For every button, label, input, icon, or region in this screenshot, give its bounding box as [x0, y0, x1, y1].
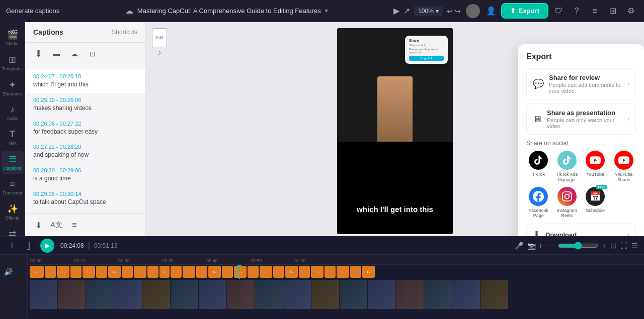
video-frame[interactable]: [171, 280, 198, 309]
caption-chip[interactable]: [122, 266, 133, 278]
social-item-youtube-shorts[interactable]: YouTube Shorts: [612, 151, 636, 183]
download-option[interactable]: ⬇ Download ›: [526, 224, 636, 236]
video-frame[interactable]: [340, 280, 367, 309]
layout-icon[interactable]: ⊞: [606, 4, 620, 18]
caption-chip[interactable]: [196, 266, 207, 278]
caption-options-icon[interactable]: ≡: [67, 218, 82, 232]
list-item[interactable]: 00:25:10 - 00:26:06 makes sharing videos: [25, 93, 145, 117]
video-frame[interactable]: [480, 280, 508, 309]
play-icon[interactable]: ▶: [393, 6, 399, 16]
social-item-instagram[interactable]: Instagram Reels: [555, 187, 580, 219]
caption-chip[interactable]: G: [337, 266, 349, 278]
download-captions-icon[interactable]: ⬇: [31, 218, 45, 232]
zoom-out-icon[interactable]: −: [550, 242, 554, 250]
caption-chip[interactable]: [299, 266, 310, 278]
caption-text[interactable]: for feedback super easy: [33, 128, 137, 136]
video-frame[interactable]: [311, 280, 339, 309]
video-frame[interactable]: [114, 280, 142, 309]
caption-chip[interactable]: G: [311, 266, 324, 278]
caption-text[interactable]: to talk about CapCut space: [33, 198, 137, 206]
social-item-youtube[interactable]: YouTube: [583, 151, 608, 183]
sidebar-item-audio[interactable]: ♪ Audio: [2, 101, 24, 124]
video-frame[interactable]: [368, 280, 395, 309]
social-item-facebook[interactable]: Facebook Page: [526, 187, 551, 219]
captions-timeline-icon[interactable]: ☰: [631, 242, 638, 250]
caption-chip[interactable]: G: [183, 266, 195, 278]
caption-chip[interactable]: G: [260, 266, 272, 278]
share-as-presentation-option[interactable]: 🖥 Share as presentation People can only …: [526, 103, 636, 135]
sidebar-item-transitions[interactable]: ⇄ Transitions: [2, 226, 24, 236]
shield-icon[interactable]: 🛡: [551, 4, 566, 18]
camera-icon[interactable]: 📷: [527, 242, 536, 250]
caption-chip[interactable]: [96, 266, 107, 278]
sidebar-item-templates[interactable]: ⊞ Templates: [2, 51, 24, 74]
video-frame[interactable]: [199, 280, 226, 309]
mic-icon[interactable]: 🎤: [515, 242, 523, 250]
sidebar-item-effects[interactable]: ✨ Effects: [2, 200, 24, 224]
translate-icon[interactable]: A文: [49, 218, 63, 232]
undo-icon[interactable]: ↩: [447, 7, 453, 15]
video-frame[interactable]: [396, 280, 424, 309]
video-frame[interactable]: [142, 280, 170, 309]
caption-text[interactable]: which I'll get into this: [33, 80, 137, 89]
chevron-down-icon[interactable]: ▾: [325, 8, 328, 14]
split-icon[interactable]: ⊢: [540, 242, 546, 250]
redo-icon[interactable]: ↪: [455, 7, 461, 15]
caption-chip[interactable]: [248, 266, 259, 278]
caption-chip[interactable]: G: [159, 266, 170, 278]
caption-text[interactable]: and speaking of now: [33, 151, 137, 159]
video-frame[interactable]: [30, 280, 57, 309]
caption-chip[interactable]: [147, 266, 158, 278]
caption-tool-1[interactable]: ⬇: [31, 47, 45, 61]
settings-icon[interactable]: ⚙: [624, 4, 638, 18]
caption-tool-4[interactable]: ⊡: [86, 47, 100, 61]
caption-chip[interactable]: G: [285, 266, 298, 278]
list-item[interactable]: 00:26:06 - 00:27:22 for feedback super e…: [25, 117, 145, 140]
export-button[interactable]: ⬆ Export: [502, 4, 547, 18]
caption-chip[interactable]: G: [83, 266, 95, 278]
caption-chip[interactable]: [222, 266, 233, 278]
user-icon[interactable]: 👤: [484, 4, 498, 18]
caption-chip[interactable]: [273, 266, 284, 278]
social-item-tiktok-ads[interactable]: TikTok Ads Manager: [555, 151, 580, 183]
caption-chip[interactable]: G: [362, 266, 375, 278]
caption-chip[interactable]: [171, 266, 182, 278]
caption-chip[interactable]: [45, 266, 56, 278]
caption-tool-3[interactable]: ☁: [67, 47, 82, 61]
fit-icon[interactable]: ⊡: [610, 242, 616, 250]
video-frame[interactable]: [283, 280, 311, 309]
social-item-tiktok[interactable]: TikTok: [526, 151, 551, 183]
list-item[interactable]: 00:28:20 - 00:29:06 is a good time: [25, 163, 145, 187]
cursor-tool-icon[interactable]: I: [6, 240, 18, 252]
zoom-slider[interactable]: [558, 242, 598, 250]
trim-tool-icon[interactable]: ⎦: [22, 240, 34, 252]
share-for-review-option[interactable]: 💬 Share for review People can add commen…: [526, 68, 636, 99]
sidebar-item-transcript[interactable]: ≡ Transcript: [2, 176, 24, 198]
sidebar-item-text[interactable]: T Text: [2, 126, 24, 149]
video-frame[interactable]: [424, 280, 452, 309]
caption-chip[interactable]: G: [208, 266, 221, 278]
caption-text[interactable]: makes sharing videos: [33, 104, 137, 113]
video-frame[interactable]: [227, 280, 255, 309]
sidebar-item-elements[interactable]: ✦ Elements: [2, 76, 24, 99]
zoom-control[interactable]: 100% ▾: [414, 6, 443, 16]
help-icon[interactable]: ?: [570, 4, 584, 18]
caption-chip[interactable]: G: [30, 266, 44, 278]
sidebar-item-media[interactable]: 🎬 Media: [2, 26, 24, 49]
aspect-ratio-selector[interactable]: 9:16 ♪: [152, 28, 167, 56]
caption-chip[interactable]: [70, 266, 82, 278]
caption-text[interactable]: is a good time: [33, 174, 137, 183]
shortcuts-button[interactable]: Shortcuts: [112, 29, 137, 36]
list-item[interactable]: 00:29:06 - 00:30:14 to talk about CapCut…: [25, 187, 145, 210]
timeline-play-button[interactable]: ▶: [40, 239, 54, 253]
video-frame[interactable]: [58, 280, 86, 309]
caption-chip[interactable]: G: [57, 266, 69, 278]
list-item[interactable]: 00:27:22 - 00:28:20 and speaking of now: [25, 140, 145, 163]
caption-chip[interactable]: G: [134, 266, 146, 278]
caption-chip[interactable]: [350, 266, 361, 278]
menu-icon[interactable]: ≡: [588, 4, 602, 18]
sidebar-item-captions[interactable]: ☰ Captions: [2, 151, 24, 174]
cursor-icon[interactable]: ↗: [404, 6, 410, 16]
fullscreen-icon[interactable]: ⛶: [620, 242, 627, 250]
video-frame[interactable]: [255, 280, 283, 309]
